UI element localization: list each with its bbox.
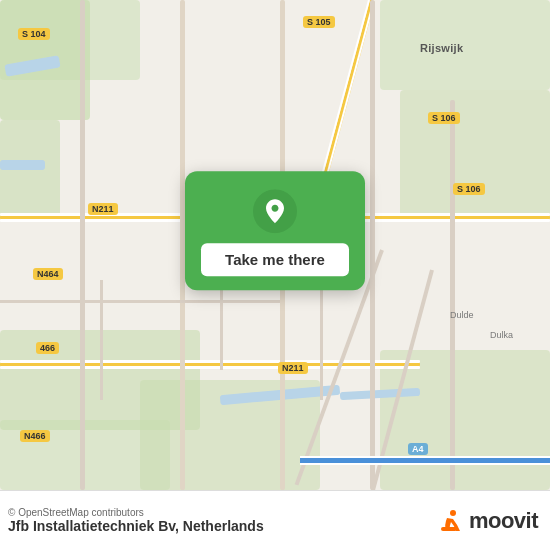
moovit-text: moovit bbox=[469, 508, 538, 534]
route-s104: S 104 bbox=[18, 28, 50, 40]
svg-rect-3 bbox=[441, 527, 457, 531]
road-v bbox=[450, 100, 455, 490]
green-area bbox=[380, 0, 550, 90]
footer-left: © OpenStreetMap contributors Jfb Install… bbox=[8, 507, 264, 534]
road-sm bbox=[0, 300, 280, 303]
road-white bbox=[0, 366, 420, 369]
highway-white bbox=[300, 463, 550, 465]
copyright-text: © OpenStreetMap contributors bbox=[8, 507, 264, 518]
moovit-icon bbox=[433, 505, 465, 537]
svg-point-0 bbox=[253, 189, 297, 233]
moovit-logo: moovit bbox=[433, 505, 538, 537]
road-white bbox=[0, 360, 420, 363]
route-s105: S 105 bbox=[303, 16, 335, 28]
rijswijk-label: Rijswijk bbox=[420, 42, 463, 54]
dulde-label: Dulde bbox=[450, 310, 474, 320]
take-me-there-button[interactable]: Take me there bbox=[201, 243, 349, 276]
route-n211b: N211 bbox=[278, 362, 308, 374]
green-area bbox=[0, 120, 60, 220]
water-area bbox=[0, 160, 45, 170]
route-n464: N464 bbox=[33, 268, 63, 280]
route-s106b: S 106 bbox=[453, 183, 485, 195]
green-area bbox=[400, 90, 550, 220]
svg-point-2 bbox=[450, 510, 456, 516]
dulka-label: Dulka bbox=[490, 330, 513, 340]
road-v bbox=[370, 0, 375, 490]
route-a4: A4 bbox=[408, 443, 428, 455]
footer-bar: © OpenStreetMap contributors Jfb Install… bbox=[0, 490, 550, 550]
location-card: Take me there bbox=[185, 171, 365, 290]
route-n211a: N211 bbox=[88, 203, 118, 215]
road-v bbox=[80, 0, 85, 490]
road-sm bbox=[100, 280, 103, 400]
route-n466: N466 bbox=[20, 430, 50, 442]
location-title: Jfb Installatietechniek Bv, Netherlands bbox=[8, 518, 264, 534]
highway-white bbox=[300, 456, 550, 458]
route-466: 466 bbox=[36, 342, 59, 354]
pin-icon bbox=[253, 189, 297, 233]
map: S 104 S 105 S 106 S 106 N211 N211 N464 4… bbox=[0, 0, 550, 490]
route-s106a: S 106 bbox=[428, 112, 460, 124]
